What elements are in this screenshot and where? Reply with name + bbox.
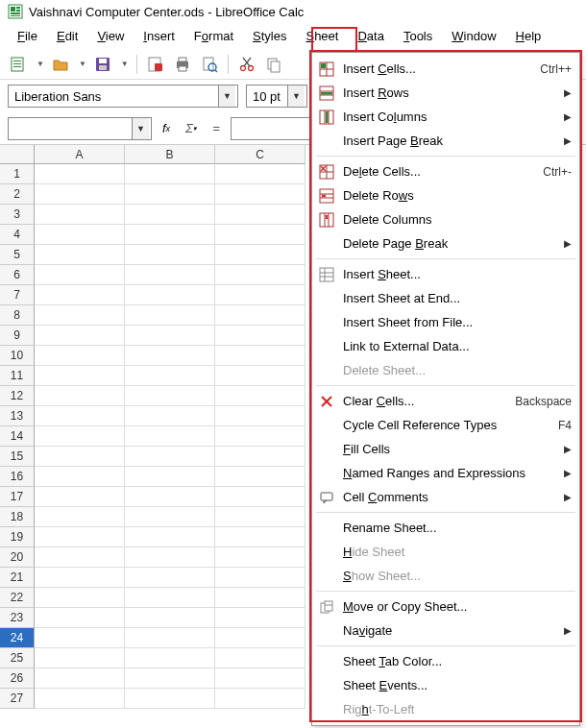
- menu-insert[interactable]: Insert: [134, 25, 184, 47]
- cell[interactable]: [35, 507, 125, 527]
- cell[interactable]: [215, 608, 305, 628]
- cell[interactable]: [35, 265, 125, 285]
- cell[interactable]: [35, 205, 125, 225]
- new-doc-button[interactable]: [8, 54, 29, 75]
- cell[interactable]: [35, 386, 125, 406]
- menu-item-insert-sheet-at-end[interactable]: Insert Sheet at End...: [312, 286, 579, 310]
- menu-sheet[interactable]: Sheet: [296, 25, 348, 47]
- row-header[interactable]: 12: [0, 386, 35, 406]
- menu-item-link-to-external-data[interactable]: Link to External Data...: [312, 334, 579, 358]
- cell[interactable]: [125, 326, 215, 346]
- open-dropdown-icon[interactable]: ▼: [77, 60, 86, 68]
- menu-window[interactable]: Window: [442, 25, 505, 47]
- function-wizard-button[interactable]: fx: [156, 118, 177, 139]
- menu-item-cell-comments[interactable]: Cell Comments▶: [312, 485, 579, 509]
- row-header[interactable]: 16: [0, 467, 35, 487]
- row-header[interactable]: 7: [0, 285, 35, 305]
- name-box[interactable]: ▼: [8, 117, 152, 140]
- cell[interactable]: [215, 447, 305, 467]
- menu-help[interactable]: Help: [506, 25, 551, 47]
- menu-styles[interactable]: Styles: [243, 25, 296, 47]
- cell[interactable]: [35, 245, 125, 265]
- cell[interactable]: [215, 245, 305, 265]
- cell[interactable]: [215, 164, 305, 184]
- name-box-input[interactable]: [9, 119, 132, 137]
- cell[interactable]: [215, 326, 305, 346]
- equals-button[interactable]: =: [206, 118, 227, 139]
- menu-item-insert-rows[interactable]: Insert Rows▶: [312, 81, 579, 105]
- cell[interactable]: [35, 184, 125, 205]
- font-size-combo[interactable]: ▼: [246, 85, 307, 108]
- cell[interactable]: [215, 648, 305, 668]
- cell[interactable]: [35, 426, 125, 447]
- row-header[interactable]: 13: [0, 406, 35, 426]
- cell[interactable]: [125, 366, 215, 386]
- cell[interactable]: [35, 608, 125, 628]
- cell[interactable]: [125, 507, 215, 527]
- export-pdf-button[interactable]: [145, 54, 166, 75]
- cell[interactable]: [125, 527, 215, 547]
- menu-item-insert-cells[interactable]: Insert Cells...Ctrl++: [312, 57, 579, 81]
- sum-button[interactable]: Σ▾: [181, 118, 202, 139]
- cell[interactable]: [35, 225, 125, 245]
- cell[interactable]: [125, 184, 215, 205]
- cell[interactable]: [125, 346, 215, 366]
- cell[interactable]: [215, 467, 305, 487]
- row-header[interactable]: 10: [0, 346, 35, 366]
- cell[interactable]: [215, 507, 305, 527]
- cell[interactable]: [215, 225, 305, 245]
- font-name-input[interactable]: [9, 87, 218, 106]
- menu-item-cycle-cell-reference-types[interactable]: Cycle Cell Reference TypesF4: [312, 413, 579, 437]
- copy-button[interactable]: [263, 54, 284, 75]
- menu-item-insert-page-break[interactable]: Insert Page Break▶: [312, 129, 579, 153]
- cell[interactable]: [35, 648, 125, 668]
- cell[interactable]: [125, 547, 215, 568]
- cell[interactable]: [35, 628, 125, 648]
- menu-edit[interactable]: Edit: [47, 25, 87, 47]
- cell[interactable]: [35, 668, 125, 689]
- column-header[interactable]: B: [125, 145, 215, 164]
- menu-item-rename-sheet[interactable]: Rename Sheet...: [312, 516, 579, 540]
- cell[interactable]: [125, 568, 215, 588]
- cell[interactable]: [125, 164, 215, 184]
- new-dropdown-icon[interactable]: ▼: [35, 60, 44, 68]
- cell[interactable]: [35, 467, 125, 487]
- cell[interactable]: [35, 366, 125, 386]
- row-header[interactable]: 17: [0, 487, 35, 507]
- row-header[interactable]: 25: [0, 648, 35, 668]
- cell[interactable]: [215, 426, 305, 447]
- cell[interactable]: [35, 164, 125, 184]
- cell[interactable]: [215, 346, 305, 366]
- cell[interactable]: [215, 547, 305, 568]
- menu-item-delete-columns[interactable]: Delete Columns: [312, 207, 579, 231]
- cell[interactable]: [125, 305, 215, 326]
- menu-tools[interactable]: Tools: [394, 25, 442, 47]
- cell[interactable]: [125, 225, 215, 245]
- cell[interactable]: [215, 205, 305, 225]
- print-button[interactable]: [172, 54, 193, 75]
- menu-data[interactable]: Data: [348, 25, 393, 47]
- cell[interactable]: [125, 648, 215, 668]
- cell[interactable]: [215, 184, 305, 205]
- cell[interactable]: [35, 547, 125, 568]
- column-header[interactable]: A: [35, 145, 125, 164]
- chevron-down-icon[interactable]: ▼: [218, 85, 235, 107]
- cell[interactable]: [215, 689, 305, 709]
- font-name-combo[interactable]: ▼: [8, 85, 238, 108]
- cell[interactable]: [125, 628, 215, 648]
- font-size-input[interactable]: [247, 87, 287, 106]
- row-header[interactable]: 18: [0, 507, 35, 527]
- cell[interactable]: [35, 527, 125, 547]
- row-header[interactable]: 1: [0, 164, 35, 184]
- cell[interactable]: [215, 628, 305, 648]
- menu-item-insert-sheet-from-file[interactable]: Insert Sheet from File...: [312, 310, 579, 334]
- menu-item-insert-sheet[interactable]: Insert Sheet...: [312, 262, 579, 286]
- row-header[interactable]: 27: [0, 689, 35, 709]
- cell[interactable]: [125, 588, 215, 608]
- row-header[interactable]: 20: [0, 547, 35, 568]
- menu-item-sheet-tab-color[interactable]: Sheet Tab Color...: [312, 649, 579, 673]
- cell[interactable]: [125, 487, 215, 507]
- open-button[interactable]: [50, 54, 71, 75]
- row-header[interactable]: 14: [0, 426, 35, 447]
- row-header[interactable]: 5: [0, 245, 35, 265]
